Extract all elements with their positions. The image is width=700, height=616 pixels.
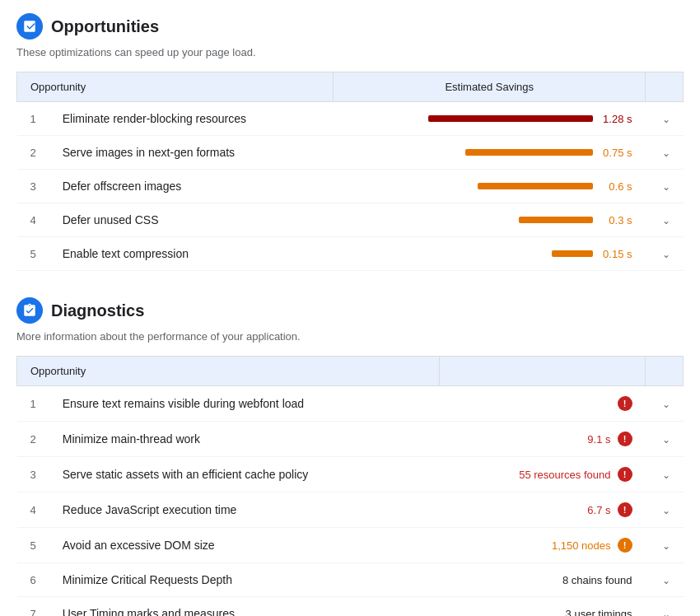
chevron-icon[interactable]: ⌄ [662,215,670,226]
diag-value-text: 8 chains found [562,574,632,586]
chevron-icon[interactable]: ⌄ [662,181,670,193]
diag-row-num: 4 [17,492,49,528]
row-label: Enable text compression [49,237,334,271]
chevron-icon[interactable]: ⌄ [662,434,670,446]
diag-row-num: 6 [17,563,49,597]
diag-row-label: Ensure text remains visible during webfo… [49,386,440,422]
row-label: Serve images in next-gen formats [49,136,334,170]
warn-icon: ! [618,432,632,446]
row-label: Defer unused CSS [49,203,334,237]
chevron-icon[interactable]: ⌄ [662,575,670,586]
opportunity-row[interactable]: 4 Defer unused CSS 0.3 s ⌄ [17,203,684,237]
opportunities-section: Opportunities These optimizations can sp… [16,13,684,271]
diag-row-value: 1,150 nodes ! [440,528,646,563]
diagnostic-row[interactable]: 2 Minimize main-thread work 9.1 s ! ⌄ [17,422,684,457]
row-savings: 1.28 s [334,102,646,136]
diag-row-label: Avoid an excessive DOM size [49,528,440,563]
diagnostic-row[interactable]: 7 User Timing marks and measures 3 user … [17,597,684,617]
row-savings: 0.75 s [334,136,646,170]
diag-row-num: 5 [17,528,49,563]
diag-value-text: 1,150 nodes [552,539,611,552]
diagnostic-row[interactable]: 1 Ensure text remains visible during web… [17,386,684,422]
diag-col-chevron [646,357,684,386]
savings-bar [478,183,593,189]
chevron-icon[interactable]: ⌄ [662,249,670,260]
diag-chevron-cell: ⌄ [646,597,684,617]
diagnostic-row[interactable]: 4 Reduce JavaScript execution time 6.7 s… [17,492,684,528]
row-label: Eliminate render-blocking resources [49,102,334,136]
diag-row-num: 7 [17,597,49,617]
savings-value: 0.15 s [600,248,632,260]
savings-bar [552,250,593,257]
diagnostics-title: Diagnostics [51,301,144,320]
warn-icon: ! [618,502,632,517]
diag-row-label: Serve static assets with an efficient ca… [49,457,440,492]
savings-value: 0.6 s [600,180,632,193]
diagnostics-icon [16,297,43,324]
opportunity-row[interactable]: 1 Eliminate render-blocking resources 1.… [17,102,684,136]
diag-col-value [440,357,646,386]
chevron-icon[interactable]: ⌄ [662,609,670,616]
diag-row-label: Reduce JavaScript execution time [49,492,440,528]
diag-col-opportunity: Opportunity [17,357,440,386]
chevron-icon[interactable]: ⌄ [662,147,670,159]
row-savings: 0.3 s [334,203,646,237]
diag-chevron-cell: ⌄ [646,386,684,422]
row-num: 1 [17,102,49,136]
diagnostics-table: Opportunity 1 Ensure text remains visibl… [16,356,684,616]
row-num: 4 [17,203,49,237]
diagnostics-header: Diagnostics [16,297,684,324]
diag-value-text: 3 user timings [566,608,632,617]
opportunities-subtitle: These optimizations can speed up your pa… [16,46,684,58]
diag-chevron-cell: ⌄ [646,563,684,597]
chevron-icon[interactable]: ⌄ [662,540,670,552]
opportunity-row[interactable]: 2 Serve images in next-gen formats 0.75 … [17,136,684,170]
diagnostic-row[interactable]: 3 Serve static assets with an efficient … [17,457,684,492]
chevron-icon[interactable]: ⌄ [662,505,670,516]
row-chevron-cell: ⌄ [646,170,684,203]
opportunity-row[interactable]: 3 Defer offscreen images 0.6 s ⌄ [17,170,684,203]
col-savings: Estimated Savings [334,72,646,102]
diag-chevron-cell: ⌄ [646,422,684,457]
warn-icon: ! [618,467,632,482]
diag-row-value: 8 chains found [440,563,646,597]
diag-row-label: Minimize Critical Requests Depth [49,563,440,597]
row-chevron-cell: ⌄ [646,102,684,136]
diag-row-value: 9.1 s ! [440,422,646,457]
savings-bar [519,217,593,223]
chevron-icon[interactable]: ⌄ [662,469,670,481]
diagnostic-row[interactable]: 6 Minimize Critical Requests Depth 8 cha… [17,563,684,597]
diag-value-text: 9.1 s [587,433,610,446]
diag-value-text: 55 resources found [519,469,610,481]
diag-chevron-cell: ⌄ [646,492,684,528]
row-num: 3 [17,170,49,203]
diagnostics-section: Diagnostics More information about the p… [16,297,684,616]
diag-value-text: 6.7 s [587,504,610,516]
savings-value: 1.28 s [600,113,632,125]
diag-row-value: ! [440,386,646,422]
warn-icon: ! [618,538,632,553]
warn-icon: ! [618,396,632,411]
col-chevron-header [646,72,684,102]
diag-chevron-cell: ⌄ [646,457,684,492]
savings-value: 0.75 s [600,147,632,159]
row-savings: 0.15 s [334,237,646,271]
row-num: 2 [17,136,49,170]
diag-row-value: 6.7 s ! [440,492,646,528]
row-chevron-cell: ⌄ [646,237,684,271]
chevron-icon[interactable]: ⌄ [662,399,670,410]
diagnostics-subtitle: More information about the performance o… [16,330,684,343]
savings-bar [428,115,593,122]
chevron-icon[interactable]: ⌄ [662,114,670,125]
opportunities-header: Opportunities [16,13,684,40]
row-num: 5 [17,237,49,271]
row-label: Defer offscreen images [49,170,334,203]
row-chevron-cell: ⌄ [646,203,684,237]
diag-row-value: 3 user timings [440,597,646,617]
opportunity-row[interactable]: 5 Enable text compression 0.15 s ⌄ [17,237,684,271]
opportunities-icon [16,13,43,40]
diag-row-label: Minimize main-thread work [49,422,440,457]
diagnostic-row[interactable]: 5 Avoid an excessive DOM size 1,150 node… [17,528,684,563]
diag-row-num: 2 [17,422,49,457]
row-savings: 0.6 s [334,170,646,203]
